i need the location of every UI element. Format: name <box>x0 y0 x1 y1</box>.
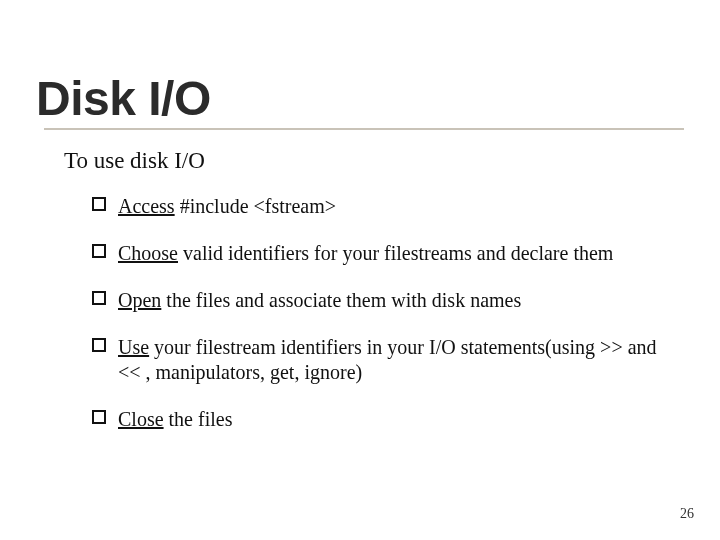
bullet-rest: the files <box>164 408 233 430</box>
list-item: Close the files <box>92 407 676 432</box>
title-underline <box>44 128 684 130</box>
bullet-square-icon <box>92 291 106 305</box>
bullet-square-icon <box>92 338 106 352</box>
page-title: Disk I/O <box>36 74 676 124</box>
bullet-square-icon <box>92 244 106 258</box>
list-item: Choose valid identifiers for your filest… <box>92 241 676 266</box>
bullet-lead: Access <box>118 195 175 217</box>
bullet-lead: Use <box>118 336 149 358</box>
bullet-rest: the files and associate them with disk n… <box>161 289 521 311</box>
list-item: Use your filestream identifiers in your … <box>92 335 676 385</box>
bullet-square-icon <box>92 410 106 424</box>
bullet-lead: Close <box>118 408 164 430</box>
bullet-lead: Open <box>118 289 161 311</box>
subheading: To use disk I/O <box>64 148 676 174</box>
bullet-list: Access #include <fstream> Choose valid i… <box>92 194 676 432</box>
list-item: Open the files and associate them with d… <box>92 288 676 313</box>
page-number: 26 <box>680 506 694 522</box>
bullet-rest: valid identifiers for your filestreams a… <box>178 242 613 264</box>
bullet-rest: your filestream identifiers in your I/O … <box>118 336 657 383</box>
bullet-lead: Choose <box>118 242 178 264</box>
bullet-square-icon <box>92 197 106 211</box>
list-item: Access #include <fstream> <box>92 194 676 219</box>
bullet-rest: #include <fstream> <box>175 195 336 217</box>
